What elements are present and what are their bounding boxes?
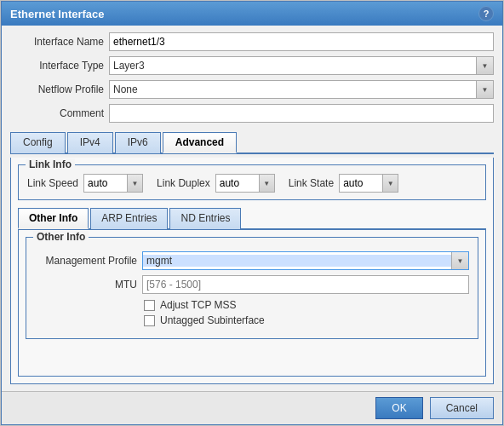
dialog-title: Ethernet Interface (10, 8, 105, 20)
comment-row: Comment (10, 104, 494, 123)
link-state-field: Link State auto (289, 174, 398, 193)
inner-tab-content: Other Info Management Profile mgmt MTU (18, 230, 486, 377)
ok-button[interactable]: OK (375, 397, 422, 419)
other-info-group: Other Info Management Profile mgmt MTU (26, 237, 478, 339)
netflow-row: Netflow Profile None (10, 80, 494, 99)
interface-name-input[interactable] (109, 32, 494, 51)
comment-input[interactable] (109, 104, 494, 123)
interface-type-value: Layer3 (110, 60, 476, 72)
adjust-tcp-mss-label: Adjust TCP MSS (160, 299, 237, 311)
tab-ipv6[interactable]: IPv6 (115, 132, 161, 153)
mtu-label: MTU (35, 279, 137, 291)
advanced-tab-content: Link Info Link Speed auto Link Duplex au… (10, 158, 494, 384)
dialog-footer: OK Cancel (2, 391, 502, 424)
adjust-tcp-mss-checkbox[interactable] (144, 300, 155, 311)
mgmt-profile-select[interactable]: mgmt (142, 251, 469, 270)
link-duplex-field: Link Duplex auto (157, 174, 275, 193)
mgmt-profile-row: Management Profile mgmt (35, 251, 469, 270)
link-speed-select[interactable]: auto (83, 174, 143, 193)
inner-tab-other-info[interactable]: Other Info (18, 208, 89, 229)
mtu-row: MTU (35, 275, 469, 294)
interface-type-select[interactable]: Layer3 (109, 56, 494, 75)
link-info-title: Link Info (26, 158, 75, 170)
link-duplex-value: auto (216, 177, 259, 189)
dialog-body: Interface Name Interface Type Layer3 Net… (2, 26, 502, 391)
link-duplex-label: Link Duplex (157, 177, 210, 189)
link-state-select[interactable]: auto (339, 174, 398, 193)
adjust-tcp-mss-row: Adjust TCP MSS (144, 299, 469, 311)
untagged-subinterface-row: Untagged Subinterface (144, 314, 469, 326)
tab-config[interactable]: Config (10, 132, 66, 153)
mgmt-profile-arrow[interactable] (451, 252, 468, 269)
netflow-label: Netflow Profile (10, 83, 104, 95)
inner-tabs: Other Info ARP Entries ND Entries (18, 207, 486, 230)
inner-tab-nd-entries[interactable]: ND Entries (169, 208, 241, 229)
tab-advanced[interactable]: Advanced (163, 132, 237, 153)
interface-type-arrow[interactable] (476, 57, 493, 74)
interface-type-label: Interface Type (10, 60, 104, 72)
link-info-group: Link Info Link Speed auto Link Duplex au… (18, 164, 486, 200)
mtu-input[interactable] (142, 275, 469, 294)
netflow-arrow[interactable] (476, 81, 493, 98)
untagged-subinterface-label: Untagged Subinterface (160, 314, 265, 326)
link-duplex-select[interactable]: auto (215, 174, 275, 193)
title-bar: Ethernet Interface ? (2, 2, 502, 26)
link-speed-arrow[interactable] (127, 175, 142, 192)
link-info-row: Link Speed auto Link Duplex auto (27, 174, 477, 193)
interface-name-label: Interface Name (10, 36, 104, 48)
interface-type-row: Interface Type Layer3 (10, 56, 494, 75)
comment-label: Comment (10, 107, 104, 119)
inner-tab-arp-entries[interactable]: ARP Entries (90, 208, 168, 229)
help-icon[interactable]: ? (478, 6, 494, 21)
other-info-title: Other Info (33, 231, 89, 243)
interface-name-row: Interface Name (10, 32, 494, 51)
link-speed-value: auto (84, 177, 127, 189)
mgmt-profile-label: Management Profile (35, 255, 137, 267)
link-state-value: auto (340, 177, 382, 189)
tab-ipv4[interactable]: IPv4 (67, 132, 113, 153)
link-state-label: Link State (289, 177, 334, 189)
mgmt-profile-value: mgmt (143, 255, 451, 267)
link-duplex-arrow[interactable] (259, 175, 274, 192)
cancel-button[interactable]: Cancel (430, 397, 494, 419)
link-speed-label: Link Speed (27, 177, 78, 189)
main-tabs: Config IPv4 IPv6 Advanced (10, 131, 494, 154)
netflow-select[interactable]: None (109, 80, 494, 99)
ethernet-interface-dialog: Ethernet Interface ? Interface Name Inte… (1, 1, 503, 425)
netflow-value: None (110, 83, 476, 95)
untagged-subinterface-checkbox[interactable] (144, 315, 155, 326)
link-state-arrow[interactable] (382, 175, 398, 192)
link-speed-field: Link Speed auto (27, 174, 143, 193)
